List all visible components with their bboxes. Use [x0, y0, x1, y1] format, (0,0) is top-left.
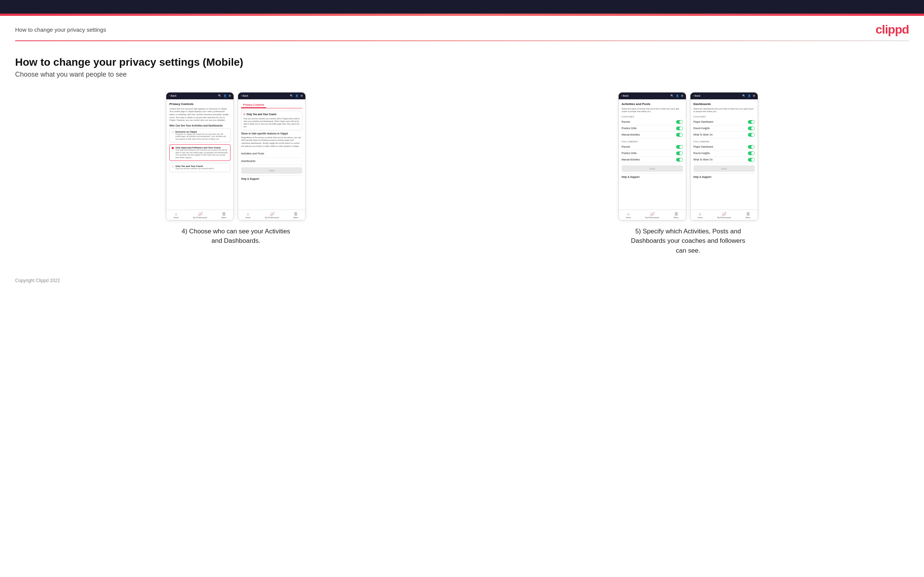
bottom-home-2[interactable]: ⌂ Home: [245, 212, 250, 219]
performance-label-2: My Performance: [265, 216, 279, 219]
toggle-followers-round-insights-switch[interactable]: [748, 152, 755, 155]
toggle-followers-manual-switch[interactable]: [676, 158, 683, 162]
save-button-2[interactable]: Save: [241, 167, 302, 174]
bottom-menu-1[interactable]: ☰ Menu: [221, 212, 226, 219]
back-button-1[interactable]: ‹ Back: [169, 94, 176, 97]
toggle-followers-player-dash: Player Dashboard: [693, 144, 755, 150]
phone-nav-4: ‹ Back 🔍 👤 ⚙: [690, 92, 758, 99]
toggle-coaches-drills-switch[interactable]: [676, 126, 683, 130]
activities-posts-desc: Select the types of activity that you'd …: [622, 108, 683, 113]
show-hide-title: Show or hide specific features in Clippd: [241, 132, 302, 135]
phone-screen-3: ‹ Back 🔍 👤 ⚙ Activities and Posts Select…: [618, 92, 686, 221]
menu-label-3: Menu: [674, 216, 679, 219]
radio-everyone: [171, 131, 174, 133]
logo: clippd: [876, 23, 909, 37]
back-button-3[interactable]: ‹ Back: [621, 94, 629, 97]
phone-bottom-4: ⌂ Home 📈 My Performance ☰ Menu: [690, 210, 758, 220]
menu-label-1: Menu: [221, 216, 226, 219]
dashboards-desc: Select the dashboards that you'd like to…: [693, 108, 755, 113]
page-title: How to change your privacy settings (Mob…: [15, 56, 909, 68]
screenshots-row: ‹ Back 🔍 👤 ⚙ Privacy Controls Control ho…: [15, 92, 909, 256]
followers-label-4: FOLLOWERS: [693, 140, 755, 143]
user-icon-1[interactable]: 👤: [223, 94, 227, 97]
radio-approved: [171, 147, 174, 149]
user-icon-2[interactable]: 👤: [295, 94, 299, 97]
tab-bar-2: Privacy Controls: [241, 102, 302, 108]
user-icon-4[interactable]: 👤: [748, 94, 751, 97]
option-only-you[interactable]: Only You and Your Coach Only you and the…: [169, 163, 231, 172]
home-label-3: Home: [626, 216, 631, 219]
toggle-coaches-manual-switch[interactable]: [676, 133, 683, 137]
performance-label-3: My Performance: [646, 216, 659, 219]
tab-privacy-controls[interactable]: Privacy Controls: [241, 102, 266, 108]
menu-row-dashboards[interactable]: Dashboards ›: [241, 158, 302, 165]
settings-icon-2[interactable]: ⚙: [300, 94, 303, 97]
bottom-performance-2[interactable]: 📈 My Performance: [265, 212, 279, 219]
user-icon-3[interactable]: 👤: [676, 94, 679, 97]
chevron-dashboards: ›: [302, 160, 303, 163]
toggle-followers-what-to-work-switch[interactable]: [748, 158, 755, 162]
phone-bottom-2: ⌂ Home 📈 My Performance ☰ Menu: [238, 210, 305, 220]
search-icon-4[interactable]: 🔍: [742, 94, 746, 97]
bottom-home-4[interactable]: ⌂ Home: [698, 212, 703, 219]
menu-row-activities[interactable]: Activities and Posts ›: [241, 150, 302, 158]
bottom-performance-4[interactable]: 📈 My Performance: [717, 212, 731, 219]
search-icon-3[interactable]: 🔍: [670, 94, 674, 97]
search-icon-2[interactable]: 🔍: [290, 94, 293, 97]
bottom-menu-2[interactable]: ☰ Menu: [293, 212, 298, 219]
phone-screens-2: ‹ Back 🔍 👤 ⚙ Activities and Posts Select…: [467, 92, 909, 221]
settings-icon-3[interactable]: ⚙: [681, 94, 683, 97]
callout-option-row: Only You and Your Coach: [243, 113, 300, 117]
label-followers-manual: Manual Activities: [622, 158, 640, 161]
settings-icon-1[interactable]: ⚙: [229, 94, 231, 97]
label-coaches-round-insights: Round Insights: [693, 127, 710, 129]
toggle-followers-round-insights: Round Insights: [693, 150, 755, 157]
search-icon-1[interactable]: 🔍: [218, 94, 221, 97]
performance-label-1: My Performance: [193, 216, 207, 219]
save-button-3[interactable]: Save: [622, 165, 683, 172]
settings-icon-4[interactable]: ⚙: [753, 94, 755, 97]
who-can-see-label: Who Can See Your Activities and Dashboar…: [169, 124, 231, 127]
bottom-performance-1[interactable]: 📈 My Performance: [193, 212, 207, 219]
toggle-followers-player-dash-switch[interactable]: [748, 145, 755, 149]
menu-label-dashboards: Dashboards: [241, 160, 255, 162]
menu-icon-4: ☰: [746, 212, 750, 216]
home-icon-4: ⌂: [699, 212, 701, 216]
back-button-4[interactable]: ‹ Back: [693, 94, 701, 97]
label-coaches-rounds: Rounds: [622, 121, 630, 123]
bottom-menu-4[interactable]: ☰ Menu: [746, 212, 751, 219]
menu-label-2: Menu: [293, 216, 298, 219]
copyright: Copyright Clippd 2022: [0, 278, 924, 291]
option-only-you-desc: Only you and the coaches you connect wit…: [175, 167, 214, 170]
performance-icon-3: 📈: [650, 212, 654, 216]
toggle-coaches-rounds-switch[interactable]: [676, 120, 683, 124]
toggle-coaches-manual: Manual Activities: [622, 132, 683, 138]
toggle-coaches-player-dash-switch[interactable]: [748, 120, 755, 124]
back-button-2[interactable]: ‹ Back: [241, 94, 248, 97]
toggle-followers-drills-switch[interactable]: [676, 152, 683, 155]
toggle-coaches-what-to-work-switch[interactable]: [748, 133, 755, 137]
save-button-4[interactable]: Save: [693, 165, 755, 172]
bottom-performance-3[interactable]: 📈 My Performance: [646, 212, 659, 219]
toggle-followers-rounds-switch[interactable]: [676, 145, 683, 149]
bottom-home-1[interactable]: ⌂ Home: [173, 212, 178, 219]
bottom-home-3[interactable]: ⌂ Home: [626, 212, 631, 219]
callout-only-you: Only You and Your Coach Only you and the…: [241, 111, 302, 130]
label-coaches-what-to-work: What To Work On: [693, 133, 713, 136]
phone-group-2: ‹ Back 🔍 👤 ⚙ Activities and Posts Select…: [467, 92, 909, 256]
privacy-controls-desc: Control how you and your data appears to…: [169, 108, 231, 122]
home-icon-2: ⌂: [247, 212, 249, 216]
nav-icons-2: 🔍 👤 ⚙: [290, 94, 303, 97]
toggle-coaches-round-insights-switch[interactable]: [748, 126, 755, 130]
menu-icon-1: ☰: [222, 212, 226, 216]
bottom-menu-3[interactable]: ☰ Menu: [674, 212, 679, 219]
phone-screen-2: ‹ Back 🔍 👤 ⚙ Privacy Controls: [238, 92, 306, 221]
option-everyone[interactable]: Everyone on Clippd Everyone on Clippd ca…: [169, 128, 231, 143]
phone-bottom-1: ⌂ Home 📈 My Performance ☰ Menu: [166, 210, 234, 220]
phone-body-1: Privacy Controls Control how you and you…: [166, 99, 234, 210]
option-approved[interactable]: Only Approved Followers and Your Coach O…: [169, 144, 231, 161]
home-icon-3: ⌂: [627, 212, 630, 216]
menu-icon-3: ☰: [675, 212, 678, 216]
toggle-followers-rounds: Rounds: [622, 144, 683, 150]
nav-icons-3: 🔍 👤 ⚙: [670, 94, 683, 97]
